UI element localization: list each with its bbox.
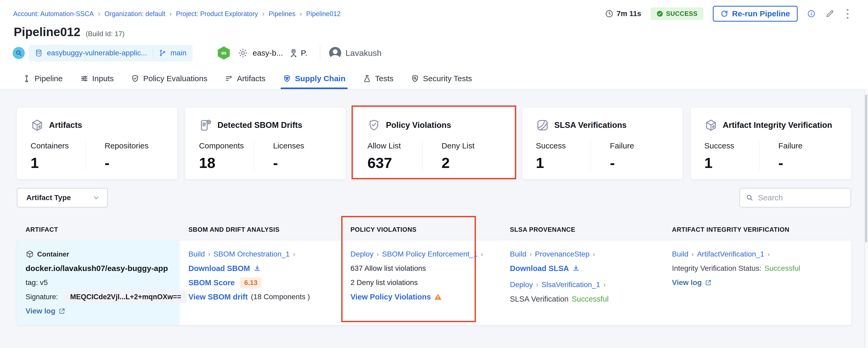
chevron-right-icon: › <box>262 10 265 17</box>
search-input[interactable] <box>758 193 845 202</box>
trigger-name: easy-b... <box>252 49 283 57</box>
view-sbom-drift-link[interactable]: View SBOM drift <box>188 293 248 301</box>
breadcrumb-pipeline012[interactable]: Pipeline012 <box>306 10 341 18</box>
artifact-name: docker.io/lavakush07/easy-buggy-app <box>26 264 168 273</box>
card-title: SLSA Verifications <box>554 120 627 130</box>
sbom-cell: Build › SBOM Orchestration_1 › Download … <box>180 240 342 325</box>
stat-value: - <box>104 155 149 170</box>
cube-icon <box>704 119 717 132</box>
status-badge-label: SUCCESS <box>666 10 698 18</box>
card-title: Artifacts <box>49 120 82 130</box>
repository-icon <box>35 49 43 57</box>
column-header-slsa: SLSA PROVENANCE <box>501 226 663 233</box>
artifact-type-label: Artifact Type <box>26 194 71 202</box>
sliders-icon <box>80 74 89 83</box>
tab-policy-evaluations[interactable]: Policy Evaluations <box>131 68 207 89</box>
repo-branch-pill: easybuggy-vulnerable-applic... main <box>28 45 193 61</box>
tab-inputs[interactable]: Inputs <box>80 68 114 89</box>
scrollbar-thumb[interactable] <box>865 95 867 242</box>
build-id: (Build Id: 17) <box>86 30 124 38</box>
breadcrumb-pipelines[interactable]: Pipelines <box>269 10 296 18</box>
artifact-type-dropdown[interactable]: Artifact Type <box>17 188 108 207</box>
stat-label: Licenses <box>273 141 304 150</box>
policy-step-link[interactable]: SBOM Policy Enforcement_1 <box>382 250 478 258</box>
tab-supply-chain[interactable]: Supply Chain <box>283 68 345 89</box>
download-slsa-link[interactable]: Download SLSA <box>510 264 569 273</box>
policy-stage-link[interactable]: Deploy <box>350 250 373 258</box>
card-artifact-integrity: Artifact Integrity Verification Success … <box>691 108 851 179</box>
repo-name-link[interactable]: easybuggy-vulnerable-applic... <box>47 49 147 57</box>
chevron-right-icon: › <box>767 250 770 258</box>
slsa-stage1-link[interactable]: Build <box>510 250 526 258</box>
signature-value: MEQCICde2Vjl...L+2+mqnOXw== <box>65 291 187 303</box>
cube-icon <box>26 250 34 258</box>
tab-pipeline[interactable]: Pipeline <box>22 68 63 89</box>
pipeline-icon <box>22 74 31 83</box>
tab-tests[interactable]: Tests <box>363 68 394 89</box>
trigger-short: P. <box>301 49 307 57</box>
tab-artifacts[interactable]: Artifacts <box>225 68 266 89</box>
sbom-step-link[interactable]: SBOM Orchestration_1 <box>213 250 289 258</box>
slsa-icon <box>536 119 549 132</box>
column-header-sbom: SBOM AND DRIFT ANALYSIS <box>180 226 342 233</box>
chevron-right-icon: › <box>536 281 538 289</box>
rerun-pipeline-button[interactable]: Re-run Pipeline <box>713 6 798 22</box>
vertical-scrollbar[interactable] <box>864 89 868 348</box>
stat-value: 637 <box>367 155 422 170</box>
cube-icon <box>31 119 44 132</box>
branch-name-link[interactable]: main <box>170 49 187 57</box>
slsa-step1-link[interactable]: ProvenanceStep <box>535 250 589 258</box>
slsa-stage2-link[interactable]: Deploy <box>510 281 533 289</box>
artifact-tag: tag: v5 <box>26 279 48 287</box>
tab-security-tests[interactable]: Security Tests <box>411 68 472 89</box>
warning-triangle-icon <box>434 293 442 301</box>
tab-label: Artifacts <box>237 74 266 83</box>
stat-value: - <box>273 155 304 170</box>
search-icon <box>746 194 754 202</box>
sbom-stage-link[interactable]: Build <box>188 250 205 258</box>
download-sbom-link[interactable]: Download SBOM <box>188 264 250 273</box>
stat-value: 1 <box>31 155 85 170</box>
stat-label: Repositories <box>104 141 149 150</box>
supply-chain-content: Artifacts Containers 1 Repositories - <box>0 89 868 348</box>
status-badge: SUCCESS <box>651 7 703 20</box>
infrastructure-icon <box>289 48 298 58</box>
chevron-right-icon: › <box>300 10 302 17</box>
stat-label: Success <box>704 141 759 150</box>
slsa-step2-link[interactable]: SlsaVerification_1 <box>541 281 600 289</box>
sbom-score-link[interactable]: SBOM Score <box>188 279 235 287</box>
breadcrumb-project[interactable]: Project: Product Exploratory <box>176 10 258 18</box>
clock-icon <box>605 9 614 18</box>
integrity-status-label: Integrity Verification Status: <box>672 264 761 272</box>
chevron-right-icon: › <box>593 250 595 258</box>
gear-icon <box>238 48 248 58</box>
slsa-status-value: Successful <box>571 295 609 303</box>
slsa-status-label: SLSA Verification <box>510 295 568 303</box>
more-options-kebab-icon[interactable] <box>844 8 851 20</box>
breadcrumb-organization[interactable]: Organization: default <box>104 10 165 18</box>
column-header-artifact: ARTIFACT <box>17 226 180 233</box>
breadcrumb-account[interactable]: Account: Automation-SSCA <box>13 10 94 18</box>
execution-meta-row: easybuggy-vulnerable-applic... main ∞ ea… <box>13 44 851 62</box>
external-link-icon <box>705 279 712 286</box>
stat-value: 18 <box>199 155 254 170</box>
policy-violations-cell: Deploy › SBOM Policy Enforcement_1 › 637… <box>342 240 501 325</box>
tab-bar: Pipeline Inputs Policy Evaluations Artif… <box>22 68 472 89</box>
summary-cards: Artifacts Containers 1 Repositories - <box>17 108 851 179</box>
integrity-stage-link[interactable]: Build <box>672 250 688 258</box>
integrity-step-link[interactable]: ArtifactVerification_1 <box>697 250 764 258</box>
stat-value: 2 <box>441 155 474 170</box>
info-icon[interactable] <box>807 9 815 18</box>
ci-stage-icon <box>13 47 25 59</box>
stat-value: 1 <box>704 155 759 170</box>
stat-label: Failure <box>778 141 803 150</box>
integrity-status-value: Successful <box>765 264 800 272</box>
view-policy-violations-link[interactable]: View Policy Violations <box>350 293 431 301</box>
sbom-score-badge: 6.13 <box>240 277 262 288</box>
signature-label: Signature: <box>26 293 58 301</box>
view-log-link[interactable]: View log <box>26 307 55 315</box>
view-log-link[interactable]: View log <box>672 279 702 287</box>
chevron-down-icon <box>92 194 100 201</box>
chevron-right-icon: › <box>480 250 483 258</box>
edit-pencil-icon[interactable] <box>825 9 835 19</box>
